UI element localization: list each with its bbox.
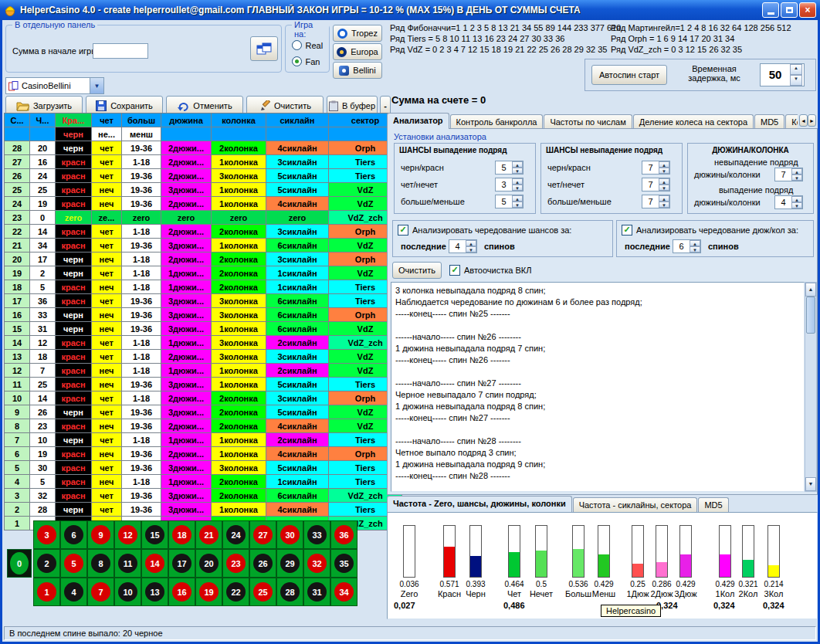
alt2-spinner[interactable]: 6 ▲▼	[673, 239, 701, 253]
spin-down-icon[interactable]: ▼	[512, 202, 523, 208]
roulette-number[interactable]: 6	[60, 520, 87, 549]
roulette-number[interactable]: 24	[222, 520, 249, 549]
spin-up-icon[interactable]: ▲	[791, 168, 802, 175]
checkbox-check-icon[interactable]: ✓	[398, 225, 408, 236]
maximize-button[interactable]	[781, 2, 798, 18]
europa-button[interactable]: Europa	[333, 43, 382, 60]
close-button[interactable]: ×	[799, 2, 816, 18]
roulette-number[interactable]: 3	[33, 520, 60, 549]
tab-bankroll-control[interactable]: Контроль банкролла	[450, 114, 544, 129]
roulette-number[interactable]: 11	[114, 549, 141, 578]
roulette-number[interactable]: 17	[168, 549, 195, 578]
alt1-spinner[interactable]: 4 ▲▼	[449, 239, 477, 253]
spin-down-icon[interactable]: ▼	[512, 168, 523, 174]
tab-analyzer[interactable]: Анализатор	[387, 113, 449, 129]
radio-real-circle-icon[interactable]	[292, 40, 302, 50]
chevron-down-icon[interactable]: ▼	[90, 78, 103, 93]
roulette-number[interactable]: 8	[87, 549, 114, 578]
roulette-number[interactable]: 12	[114, 520, 141, 549]
g2-row2-spinner[interactable]: 7 ▲▼	[642, 178, 670, 192]
scrollbar-thumb[interactable]	[806, 297, 815, 334]
spin-down-icon[interactable]: ▼	[466, 246, 476, 253]
roulette-number[interactable]: 36	[330, 520, 357, 549]
tab-frequency-sixlines[interactable]: Частота - сиклайны, сектора	[573, 497, 698, 512]
tab-frequency-md5[interactable]: MD5	[698, 497, 728, 512]
spin-down-icon[interactable]: ▼	[791, 175, 802, 181]
radio-real[interactable]: Real	[292, 38, 323, 52]
roulette-number[interactable]: 16	[168, 578, 195, 606]
roulette-number[interactable]: 19	[195, 578, 222, 606]
spin-up-icon[interactable]: ▲	[690, 240, 700, 246]
tab-scroll-left-button[interactable]: ◄	[799, 114, 808, 127]
detach-panel-button[interactable]	[250, 36, 278, 61]
tab-scroll-right-button[interactable]: ►	[808, 114, 816, 127]
tab-frequency-main[interactable]: Частота - Zero, шансы, дюжины, колонки	[387, 496, 572, 512]
spin-up-icon[interactable]: ▲	[659, 178, 669, 185]
roulette-number[interactable]: 7	[87, 578, 114, 606]
spin-up-icon[interactable]: ▲	[512, 195, 523, 202]
minimize-button[interactable]	[762, 2, 779, 18]
spin-up-icon[interactable]: ▲	[512, 161, 523, 168]
roulette-number[interactable]: 33	[303, 520, 330, 549]
spin-down-icon[interactable]: ▼	[659, 185, 669, 191]
roulette-number[interactable]: 32	[303, 549, 330, 578]
checkbox-check-icon[interactable]: ✓	[449, 265, 460, 276]
radio-fan[interactable]: Fan	[292, 54, 320, 68]
checkbox-check-icon[interactable]: ✓	[622, 225, 632, 236]
roulette-number[interactable]: 14	[141, 549, 168, 578]
start-sum-input[interactable]	[93, 43, 148, 59]
alternation-dozens-checkbox[interactable]: ✓ Анализировать чередование дюж/кол за:	[622, 225, 798, 236]
roulette-number[interactable]: 2	[33, 549, 60, 578]
g1-row3-spinner[interactable]: 5 ▲▼	[495, 195, 524, 208]
spin-down-icon[interactable]: ▼	[659, 202, 669, 208]
dozen-occur-spinner[interactable]: 4 ▲▼	[774, 195, 803, 209]
roulette-number[interactable]: 21	[195, 520, 222, 549]
spin-up-icon[interactable]: ▲	[659, 195, 669, 202]
casino-select[interactable]: CasinoBellini ▼	[5, 77, 104, 94]
dozen-nonoccur-spinner[interactable]: 7 ▲▼	[774, 168, 803, 181]
spin-down-icon[interactable]: ▼	[659, 168, 669, 174]
tropez-button[interactable]: Tropez	[333, 25, 382, 42]
autospin-start-button[interactable]: Автоспин старт	[591, 65, 667, 85]
spin-down-icon[interactable]: ▼	[790, 75, 802, 86]
roulette-number[interactable]: 13	[141, 578, 168, 606]
spin-down-icon[interactable]: ▼	[512, 185, 523, 191]
spin-up-icon[interactable]: ▲	[466, 240, 476, 246]
delay-spinner[interactable]: 50 ▲ ▼	[760, 63, 805, 86]
clear-log-button[interactable]: Очистить	[392, 262, 442, 279]
roulette-number[interactable]: 34	[330, 578, 357, 606]
roulette-number[interactable]: 29	[276, 549, 303, 578]
bellini-button[interactable]: Bellini	[333, 62, 382, 79]
roulette-number[interactable]: 9	[87, 520, 114, 549]
roulette-zero[interactable]: 0	[7, 549, 32, 578]
spin-up-icon[interactable]: ▲	[791, 196, 802, 202]
roulette-number[interactable]: 5	[60, 549, 87, 578]
roulette-number[interactable]: 1	[33, 578, 60, 606]
spin-down-icon[interactable]: ▼	[791, 202, 802, 208]
tab-md5[interactable]: MD5	[754, 114, 784, 129]
roulette-number[interactable]: 30	[276, 520, 303, 549]
autoclear-checkbox[interactable]: ✓ Автоочистка ВКЛ	[449, 265, 531, 276]
roulette-number[interactable]: 27	[249, 520, 276, 549]
spin-up-icon[interactable]: ▲	[790, 64, 802, 75]
radio-fan-circle-icon[interactable]	[292, 56, 302, 66]
log-scrollbar[interactable]: ▲ ▼	[805, 282, 817, 492]
g2-row1-spinner[interactable]: 7 ▲▼	[642, 161, 670, 175]
spin-up-icon[interactable]: ▲	[659, 161, 669, 168]
scroll-down-icon[interactable]: ▼	[805, 477, 816, 491]
spin-up-icon[interactable]: ▲	[512, 178, 523, 185]
tab-number-frequencies[interactable]: Частоты по числам	[544, 114, 632, 129]
spin-down-icon[interactable]: ▼	[690, 246, 700, 253]
roulette-number[interactable]: 23	[222, 549, 249, 578]
tab-wheel-sectors[interactable]: Деление колеса на сектора	[633, 114, 754, 129]
scroll-up-icon[interactable]: ▲	[805, 283, 816, 297]
roulette-number[interactable]: 31	[303, 578, 330, 606]
g1-row2-spinner[interactable]: 3 ▲▼	[495, 178, 524, 192]
roulette-number[interactable]: 20	[195, 549, 222, 578]
analysis-log[interactable]: 3 колонка невыпадала подряд 8 спин; Набл…	[391, 282, 805, 492]
g1-row1-spinner[interactable]: 5 ▲▼	[495, 161, 524, 175]
roulette-number[interactable]: 26	[249, 549, 276, 578]
roulette-number[interactable]: 28	[276, 578, 303, 606]
alternation-chances-checkbox[interactable]: ✓ Анализировать чередование шансов за:	[398, 225, 571, 236]
roulette-number[interactable]: 4	[60, 578, 87, 606]
